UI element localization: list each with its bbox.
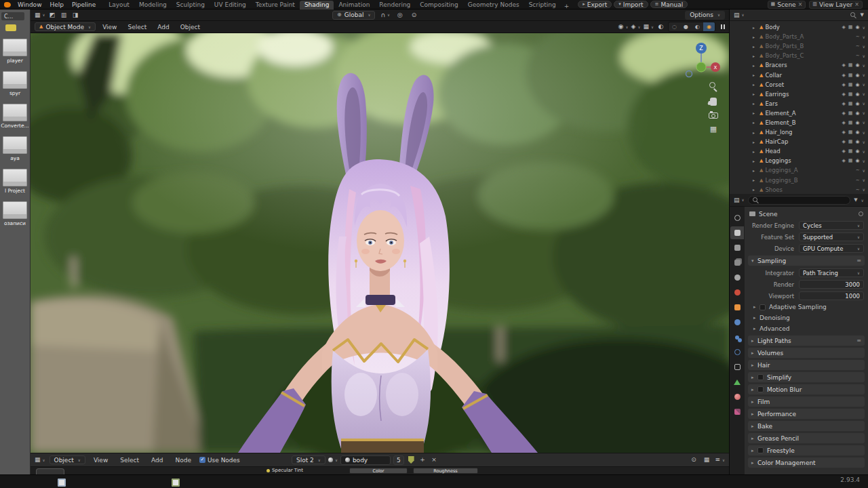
object-name[interactable]: Body xyxy=(765,24,779,30)
menu-help[interactable]: Help xyxy=(46,0,68,9)
properties-tab-modifiers[interactable] xyxy=(730,316,744,329)
options-button[interactable]: Options∨ xyxy=(685,11,725,20)
hide-toggle[interactable] xyxy=(855,148,859,154)
export-button[interactable]: ▸Export xyxy=(578,1,612,8)
filter-funnel-icon[interactable]: ▼ xyxy=(854,198,857,203)
tab-scripting[interactable]: Scripting xyxy=(524,1,561,9)
explorer-tab[interactable]: C... xyxy=(1,12,24,20)
editor-type-button[interactable]: ▦∨ xyxy=(35,11,45,20)
zoom-icon[interactable] xyxy=(709,82,718,91)
proportional-editing-icon[interactable]: ◎ xyxy=(395,11,404,20)
viewport-3d[interactable]: Z X ▦ xyxy=(31,33,729,453)
outliner-search-input[interactable] xyxy=(748,196,851,205)
menu-select[interactable]: Select xyxy=(123,22,151,32)
simplify-panel[interactable]: Simplify xyxy=(748,372,865,382)
properties-tab-render[interactable] xyxy=(730,226,744,239)
outliner-item[interactable]: Body_Parts_C xyxy=(730,51,868,60)
overlays-dropdown[interactable]: ▦∨ xyxy=(643,22,654,31)
object-name[interactable]: Body_Parts_A xyxy=(765,33,804,40)
outliner-item[interactable]: Element_A xyxy=(730,108,868,118)
import-button[interactable]: ▾Import xyxy=(614,1,648,8)
performance-panel[interactable]: Performance xyxy=(748,409,865,419)
restriction-chevron-icon[interactable] xyxy=(863,35,865,39)
object-name[interactable]: Element_B xyxy=(765,119,795,126)
menu-add[interactable]: Add xyxy=(153,22,173,32)
render-samples-field[interactable]: 3000 xyxy=(799,280,864,289)
outliner-item[interactable]: Element_B xyxy=(730,118,868,127)
explorer-item[interactable]: озаписи xyxy=(1,201,29,226)
menu-window[interactable]: Window xyxy=(14,0,46,9)
tab-uv-editing[interactable]: UV Editing xyxy=(210,1,251,9)
feature-set-dropdown[interactable]: Supported∨ xyxy=(799,232,864,241)
outliner-item[interactable]: Leggings xyxy=(730,156,868,165)
menu-select[interactable]: Select xyxy=(116,455,143,465)
outliner-item[interactable]: Body xyxy=(730,22,868,32)
freestyle-checkbox[interactable] xyxy=(757,447,764,453)
disclosure-icon[interactable] xyxy=(753,178,759,182)
color-management-panel[interactable]: Color Management xyxy=(748,458,865,468)
object-name[interactable]: Ears xyxy=(765,100,778,107)
node-editor-strip[interactable]: Specular Tint Color Roughness xyxy=(31,466,729,474)
menu-pipeline[interactable]: Pipeline xyxy=(68,0,100,9)
object-name[interactable]: Corset xyxy=(765,81,784,88)
mode-dropdown[interactable]: ▲Object Mode∨ xyxy=(35,22,96,31)
outli​ner-item[interactable]: Body_Parts_B xyxy=(730,41,868,51)
disclosure-icon[interactable] xyxy=(753,44,759,49)
editor-type-button[interactable]: ▦∨ xyxy=(35,455,45,464)
restriction-chevron-icon[interactable] xyxy=(863,82,865,87)
taskbar-app-icon[interactable] xyxy=(58,479,66,487)
hair-panel[interactable]: Hair xyxy=(748,360,865,370)
restriction-chevron-icon[interactable] xyxy=(863,25,865,30)
properties-tab-object[interactable] xyxy=(730,301,744,314)
remove-view-layer-icon[interactable]: × xyxy=(854,2,859,7)
properties-tab-output[interactable] xyxy=(730,241,744,254)
object-name[interactable]: Head xyxy=(765,148,780,155)
pan-hand-icon[interactable] xyxy=(710,98,717,106)
material-name-field[interactable]: body xyxy=(340,455,391,465)
restriction-chevron-icon[interactable] xyxy=(863,101,865,106)
hide-toggle[interactable] xyxy=(855,73,859,78)
hide-toggle[interactable] xyxy=(855,129,859,135)
explorer-item[interactable]: player xyxy=(1,39,29,64)
object-name[interactable]: Leggings xyxy=(765,157,791,164)
restriction-chevron-icon[interactable] xyxy=(863,149,865,154)
shader-type-dropdown[interactable]: Object∨ xyxy=(50,455,85,464)
properties-tab-tool[interactable] xyxy=(730,211,744,224)
outliner-item[interactable]: Leggings_B xyxy=(730,176,868,185)
disclosure-icon[interactable] xyxy=(753,110,759,115)
object-name[interactable]: HairCap xyxy=(765,138,788,145)
tab-texture-paint[interactable]: Texture Paint xyxy=(251,1,300,9)
outliner-item[interactable]: Head xyxy=(730,146,868,156)
disclosure-icon[interactable] xyxy=(753,54,759,58)
camera-view-icon[interactable] xyxy=(709,113,718,119)
restriction-chevron-icon[interactable] xyxy=(863,187,865,192)
properties-tab-object-data[interactable] xyxy=(730,375,744,388)
wireframe-shading-button[interactable]: ◌ xyxy=(669,22,680,31)
slot-dropdown[interactable]: Slot 2∨ xyxy=(292,455,326,464)
outliner-item[interactable]: Body_Parts_A xyxy=(730,32,868,41)
restriction-chevron-icon[interactable] xyxy=(863,130,865,135)
disclosure-icon[interactable] xyxy=(753,63,759,68)
disclosure-icon[interactable] xyxy=(753,120,759,125)
outliner-item[interactable]: Corset xyxy=(730,80,868,89)
tab-geometry-nodes[interactable]: Geometry Nodes xyxy=(463,1,524,9)
disclosure-icon[interactable] xyxy=(753,73,759,77)
tab-sculpting[interactable]: Sculpting xyxy=(172,1,210,9)
disclosure-icon[interactable] xyxy=(753,149,759,154)
hide-toggle[interactable] xyxy=(855,92,859,97)
motion-blur-panel[interactable]: Motion Blur xyxy=(748,384,865,394)
menu-view[interactable]: View xyxy=(90,455,112,465)
light-paths-panel[interactable]: Light Paths xyxy=(748,336,865,346)
freestyle-panel[interactable]: Freestyle xyxy=(748,445,865,455)
integrator-dropdown[interactable]: Path Tracing∨ xyxy=(799,268,864,277)
film-panel[interactable]: Film xyxy=(748,396,865,407)
motion-blur-checkbox[interactable] xyxy=(757,386,764,392)
tab-modeling[interactable]: Modeling xyxy=(134,1,172,9)
panel-menu-icon[interactable] xyxy=(856,258,861,264)
adaptive-sampling-subpanel[interactable]: Adaptive Sampling xyxy=(751,302,865,312)
gizmo-x-axis[interactable]: X xyxy=(714,65,717,70)
tab-shading[interactable]: Shading xyxy=(300,1,334,9)
hide-toggle[interactable] xyxy=(855,110,859,116)
properties-tab-physics[interactable] xyxy=(730,346,744,359)
disclosure-icon[interactable] xyxy=(753,92,759,96)
